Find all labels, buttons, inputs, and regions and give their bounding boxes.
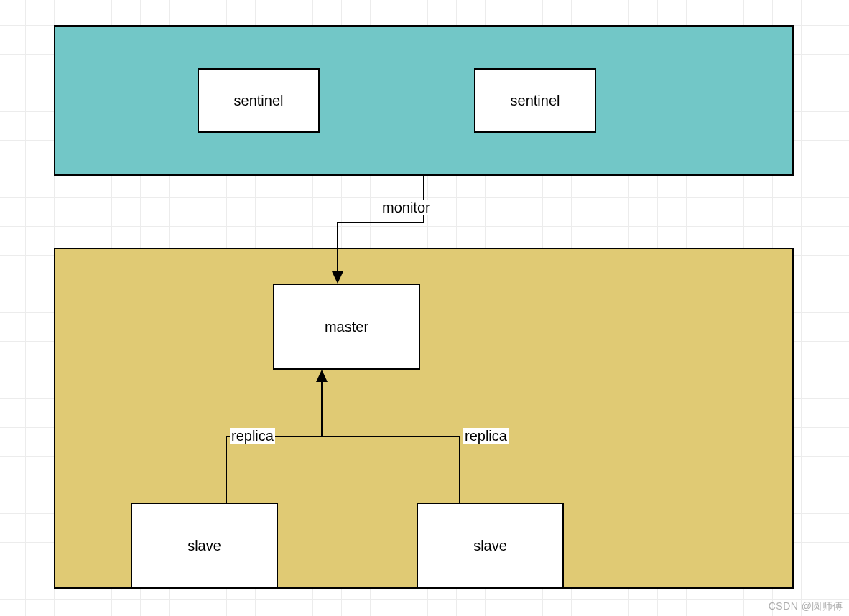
slave-node-2-label: slave [473,538,507,554]
master-node: master [273,284,420,370]
replica-label-2: replica [463,428,509,444]
slave-node-1-label: slave [187,538,221,554]
watermark: CSDN @圆师傅 [769,600,843,613]
sentinel-node-1-label: sentinel [234,93,284,109]
sentinel-node-2-label: sentinel [511,93,560,109]
sentinel-node-2: sentinel [474,68,596,133]
monitor-label: monitor [381,200,432,215]
slave-node-2: slave [417,503,564,589]
sentinel-node-1: sentinel [198,68,320,133]
diagram-canvas: sentinel sentinel master slave slave mon… [0,0,849,616]
replica-label-1: replica [230,428,275,444]
slave-node-1: slave [131,503,278,589]
master-node-label: master [325,319,368,335]
sentinel-panel [54,25,794,176]
